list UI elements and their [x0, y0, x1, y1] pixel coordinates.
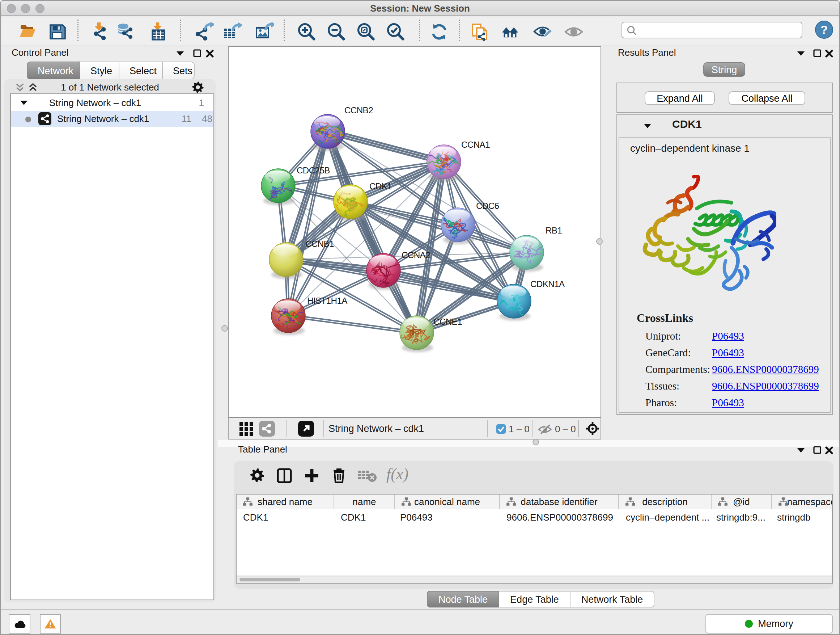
svg-text:HIST1H1A: HIST1H1A [307, 296, 347, 306]
svg-text:CCNB1: CCNB1 [305, 239, 334, 249]
svg-text:CDC25B: CDC25B [297, 165, 330, 175]
svg-text:CDKN1A: CDKN1A [531, 279, 565, 289]
svg-text:CDC6: CDC6 [476, 201, 499, 211]
svg-text:?: ? [821, 23, 828, 36]
svg-text:CCNE1: CCNE1 [433, 317, 462, 326]
svg-text:RB1: RB1 [546, 226, 562, 235]
svg-text:CCNB2: CCNB2 [344, 105, 373, 115]
svg-text:CCNA2: CCNA2 [401, 250, 430, 260]
svg-text:CDK1: CDK1 [369, 181, 392, 191]
svg-text:CCNA1: CCNA1 [461, 140, 490, 149]
